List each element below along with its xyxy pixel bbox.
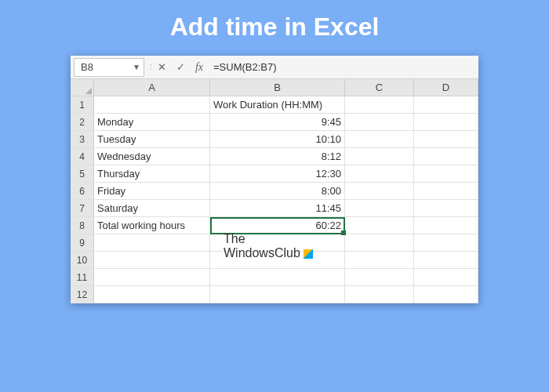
table-row: 3 Tuesday 10:10 — [71, 131, 478, 148]
cell-A4[interactable]: Wednesday — [94, 148, 210, 165]
cell-B6[interactable]: 8:00 — [210, 183, 345, 199]
cell-D12[interactable] — [414, 286, 478, 303]
table-row: 4 Wednesday 8:12 — [71, 148, 478, 165]
cell-C2[interactable] — [345, 114, 414, 130]
cell-C7[interactable] — [345, 200, 414, 216]
cell-A1[interactable] — [94, 96, 210, 113]
row-header-2[interactable]: 2 — [71, 114, 94, 130]
column-headers: A B C D — [71, 79, 478, 96]
cell-D4[interactable] — [414, 148, 478, 165]
name-box-value: B8 — [81, 61, 93, 73]
cell-D5[interactable] — [414, 165, 478, 182]
formula-input[interactable] — [209, 58, 475, 77]
cell-B9[interactable] — [210, 234, 345, 251]
cell-B8[interactable]: 60:22 — [210, 217, 345, 234]
table-row: 1 Work Duration (HH:MM) — [71, 96, 478, 114]
formula-bar: B8 ▼ ⋮ ✕ ✓ fx — [71, 56, 478, 79]
cell-C9[interactable] — [345, 234, 414, 251]
cell-C3[interactable] — [345, 131, 414, 147]
spreadsheet-grid: A B C D 1 Work Duration (HH:MM) 2 Monday… — [71, 79, 478, 303]
cell-D10[interactable] — [414, 252, 478, 268]
cell-C8[interactable] — [345, 217, 414, 234]
column-header-B[interactable]: B — [210, 79, 345, 96]
enter-formula-button[interactable]: ✓ — [171, 58, 190, 77]
table-row: 9 — [71, 234, 478, 252]
cell-A11[interactable] — [94, 269, 210, 285]
cell-A5[interactable]: Thursday — [94, 165, 210, 182]
cell-B11[interactable] — [210, 269, 345, 285]
cell-A12[interactable] — [94, 286, 210, 303]
row-header-1[interactable]: 1 — [71, 96, 94, 113]
chevron-down-icon[interactable]: ▼ — [133, 63, 140, 71]
cell-D11[interactable] — [414, 269, 478, 285]
column-header-A[interactable]: A — [94, 79, 210, 96]
cell-B2[interactable]: 9:45 — [210, 114, 345, 130]
cell-A2[interactable]: Monday — [94, 114, 210, 130]
cell-B3[interactable]: 10:10 — [210, 131, 345, 147]
table-row: 6 Friday 8:00 — [71, 183, 478, 200]
table-row: 10 — [71, 252, 478, 269]
cell-A3[interactable]: Tuesday — [94, 131, 210, 147]
page-title: Add time in Excel — [170, 13, 380, 42]
cell-C4[interactable] — [345, 148, 414, 165]
cell-D8[interactable] — [414, 217, 478, 234]
cell-A6[interactable]: Friday — [94, 183, 210, 199]
row-header-10[interactable]: 10 — [71, 252, 94, 268]
row-header-8[interactable]: 8 — [71, 217, 94, 234]
cell-B12[interactable] — [210, 286, 345, 303]
column-header-C[interactable]: C — [345, 79, 414, 96]
cell-A8[interactable]: Total working hours — [94, 217, 210, 234]
cell-A9[interactable] — [94, 234, 210, 251]
excel-window: B8 ▼ ⋮ ✕ ✓ fx A B C D 1 Work Duration (H… — [71, 56, 478, 303]
cell-A10[interactable] — [94, 252, 210, 268]
column-header-D[interactable]: D — [414, 79, 478, 96]
cell-B10[interactable] — [210, 252, 345, 268]
cell-B5[interactable]: 12:30 — [210, 165, 345, 182]
cell-C12[interactable] — [345, 286, 414, 303]
row-header-5[interactable]: 5 — [71, 165, 94, 182]
cell-D7[interactable] — [414, 200, 478, 216]
cell-C11[interactable] — [345, 269, 414, 285]
name-box[interactable]: B8 ▼ — [74, 58, 144, 77]
cancel-formula-button[interactable]: ✕ — [152, 58, 171, 77]
row-header-11[interactable]: 11 — [71, 269, 94, 285]
row-header-6[interactable]: 6 — [71, 183, 94, 199]
row-header-3[interactable]: 3 — [71, 131, 94, 147]
table-row: 12 — [71, 286, 478, 303]
cell-C5[interactable] — [345, 165, 414, 182]
cell-D2[interactable] — [414, 114, 478, 130]
cell-A7[interactable]: Saturday — [94, 200, 210, 216]
row-header-12[interactable]: 12 — [71, 286, 94, 303]
row-header-7[interactable]: 7 — [71, 200, 94, 216]
cell-D6[interactable] — [414, 183, 478, 199]
row-header-4[interactable]: 4 — [71, 148, 94, 165]
table-row: 7 Saturday 11:45 — [71, 200, 478, 217]
cell-D3[interactable] — [414, 131, 478, 147]
row-header-9[interactable]: 9 — [71, 234, 94, 251]
cell-C10[interactable] — [345, 252, 414, 268]
select-all-corner[interactable] — [71, 79, 94, 96]
table-row: 11 — [71, 269, 478, 286]
table-row: 2 Monday 9:45 — [71, 114, 478, 131]
cell-D1[interactable] — [414, 96, 478, 113]
cell-B7[interactable]: 11:45 — [210, 200, 345, 216]
table-row: 8 Total working hours 60:22 — [71, 217, 478, 234]
cell-D9[interactable] — [414, 234, 478, 251]
cell-C1[interactable] — [345, 96, 414, 113]
rows: 1 Work Duration (HH:MM) 2 Monday 9:45 3 … — [71, 96, 478, 303]
table-row: 5 Thursday 12:30 — [71, 165, 478, 183]
cell-B1[interactable]: Work Duration (HH:MM) — [210, 96, 345, 113]
insert-function-button[interactable]: fx — [190, 58, 209, 77]
cell-B4[interactable]: 8:12 — [210, 148, 345, 165]
cell-C6[interactable] — [345, 183, 414, 199]
